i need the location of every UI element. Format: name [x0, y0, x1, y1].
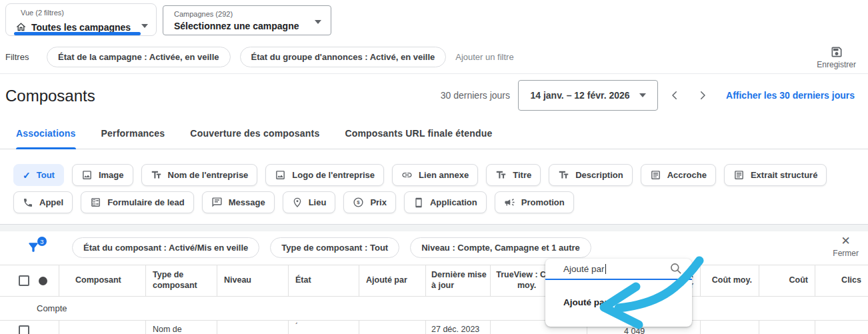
filter-pill-type-composant[interactable]: Type de composant : Tout: [270, 237, 399, 258]
added-by-search-input[interactable]: Ajouté par: [545, 259, 692, 280]
filter-pill-campaign-status[interactable]: État de la campagne : Activée, en veille: [47, 47, 231, 67]
asset-chip-prix[interactable]: $ Prix: [343, 191, 396, 213]
megaphone-icon: [504, 197, 515, 208]
asset-chip-nom-entreprise[interactable]: Nom de l'entreprise: [141, 164, 258, 186]
asset-chip-application[interactable]: Application: [404, 191, 487, 213]
cell-type-fragment: Nom de: [145, 321, 217, 334]
campaign-selector[interactable]: Campagnes (292) Sélectionnez une campagn…: [163, 5, 331, 35]
close-label: Fermer: [833, 249, 859, 258]
group-row-compte: Compte: [0, 297, 868, 321]
column-header-cout[interactable]: Coût: [759, 265, 815, 296]
asset-chip-message[interactable]: Message: [202, 191, 275, 213]
save-button-label: Enregistrer: [817, 60, 856, 69]
asset-chip-tout[interactable]: ✓ Tout: [13, 164, 64, 186]
section-divider: [0, 225, 868, 231]
view-selector-value: Toutes les campagnes: [31, 22, 131, 33]
filters-label: Filtres: [5, 52, 47, 62]
caret-down-icon: [315, 20, 321, 24]
column-header-clics[interactable]: Clics: [815, 265, 868, 296]
next-period-button[interactable]: [691, 84, 714, 107]
filter-funnel-button[interactable]: 3: [27, 241, 41, 255]
title-bar: Composants 30 derniers jours 14 janv. – …: [0, 74, 868, 117]
doc-icon: [650, 169, 661, 181]
table-header-row: Composant Type de composant Niveau État …: [0, 265, 868, 297]
column-search-popup: Ajouté par Ajouté par: [545, 259, 692, 327]
image-icon: [275, 169, 286, 181]
filter-count-badge: 3: [37, 237, 47, 246]
tab-performances[interactable]: Performances: [101, 117, 165, 149]
column-header-type[interactable]: Type de composant: [145, 265, 217, 296]
show-last-30-days-link[interactable]: Afficher les 30 derniers jours: [726, 90, 855, 101]
column-header-composant[interactable]: Composant: [59, 265, 145, 296]
asset-chip-image[interactable]: Image: [72, 164, 133, 186]
save-button[interactable]: Enregistrer: [817, 45, 856, 69]
status-dot-icon: [39, 277, 47, 285]
doc-icon: [733, 169, 745, 181]
chevron-right-icon: [697, 89, 709, 101]
date-range-picker[interactable]: 14 janv. – 12 févr. 2026: [518, 80, 658, 111]
asset-chip-titre[interactable]: Titre: [486, 164, 541, 186]
date-range-label: 30 derniers jours: [441, 90, 510, 101]
date-range-value: 14 janv. – 12 févr. 2026: [530, 90, 629, 101]
close-icon: ✕: [841, 235, 851, 248]
link-icon: [401, 169, 413, 181]
google-ads-components-page: Vue (2 filtres) Toutes les campagnes Cam…: [0, 0, 868, 334]
campaign-selector-value: Sélectionnez une campagne: [174, 21, 299, 31]
asset-chip-logo-entreprise[interactable]: Logo de l'entreprise: [265, 164, 384, 186]
pin-icon: [292, 197, 303, 208]
svg-text:$: $: [357, 199, 361, 205]
campaign-selector-label: Campagnes (292): [174, 10, 233, 18]
chevron-left-icon: [669, 89, 681, 101]
asset-chip-lien-annexe[interactable]: Lien annexe: [392, 164, 478, 186]
view-selector-label: Vue (2 filtres): [21, 9, 64, 17]
column-header-niveau[interactable]: Niveau: [217, 265, 288, 296]
popup-option-ajoute-par[interactable]: Ajouté par: [563, 297, 608, 307]
image-icon: [81, 169, 93, 181]
chat-icon: [211, 197, 223, 208]
cell-etat-fragment: ´: [288, 321, 359, 334]
column-header-ajoute-par[interactable]: Ajouté par: [359, 265, 425, 296]
text-icon: [558, 169, 569, 181]
column-header-cout-moy[interactable]: Coût moy.: [700, 265, 759, 296]
filter-pill-adgroup-status[interactable]: État du groupe d'annonces : Activé, en v…: [240, 47, 447, 67]
filter-pill-niveau[interactable]: Niveau : Compte, Campagne et 1 autre: [410, 237, 591, 258]
column-header-etat[interactable]: État: [288, 265, 359, 296]
search-icon: [669, 262, 683, 275]
column-header-derniere-maj[interactable]: Dernière mise à jour: [425, 265, 490, 296]
table-filter-toolbar: 3 État du composant : Activé/Mis en veil…: [0, 231, 868, 265]
check-icon: ✓: [23, 170, 31, 181]
page-title: Composants: [5, 87, 95, 105]
text-icon: [495, 169, 507, 181]
asset-chip-lieu[interactable]: Lieu: [283, 191, 336, 213]
asset-chip-extrait-structure[interactable]: Extrait structuré: [724, 164, 827, 186]
asset-chip-formulaire-de-lead[interactable]: Formulaire de lead: [81, 191, 194, 213]
smartphone-icon: [413, 197, 424, 208]
view-selector[interactable]: Vue (2 filtres) Toutes les campagnes: [5, 3, 157, 36]
add-filter-button[interactable]: Ajouter un filtre: [455, 52, 513, 62]
tabs-bar: Associations Performances Couverture des…: [0, 117, 868, 149]
tab-associations[interactable]: Associations: [16, 117, 76, 149]
tab-composants-url-finale-etendue[interactable]: Composants URL finale étendue: [345, 117, 492, 149]
asset-chip-appel[interactable]: Appel: [13, 191, 73, 213]
caret-down-icon: [141, 24, 148, 28]
table-row: Nom de ´ 27 déc. 2023 4 049: [0, 321, 868, 334]
top-bar: Vue (2 filtres) Toutes les campagnes Cam…: [0, 0, 868, 40]
form-icon: [90, 197, 101, 208]
asset-chip-promotion[interactable]: Promotion: [495, 191, 574, 213]
row-checkbox[interactable]: [19, 325, 29, 334]
prev-period-button[interactable]: [663, 84, 686, 107]
caret-down-icon: [639, 93, 646, 97]
asset-chip-description[interactable]: Description: [549, 164, 633, 186]
close-filters-button[interactable]: ✕ Fermer: [833, 235, 859, 258]
text-icon: [151, 169, 162, 181]
phone-icon: [23, 197, 33, 208]
asset-chip-accroche[interactable]: Accroche: [641, 164, 716, 186]
save-icon: [830, 45, 843, 59]
home-icon: [15, 21, 27, 33]
tab-couverture-des-composants[interactable]: Couverture des composants: [190, 117, 319, 149]
filter-bar: Filtres État de la campagne : Activée, e…: [0, 40, 868, 74]
assets-table: Composant Type de composant Niveau État …: [0, 265, 868, 334]
select-all-checkbox[interactable]: [19, 275, 29, 286]
filter-pill-etat-composant[interactable]: État du composant : Activé/Mis en veille: [72, 237, 259, 258]
cell-derniere-maj: 27 déc. 2023: [425, 321, 490, 334]
